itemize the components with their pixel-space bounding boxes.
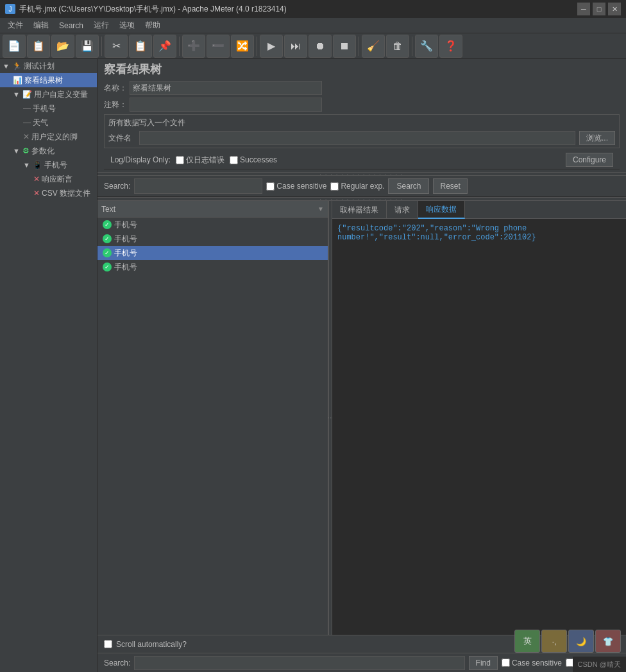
ime-btn-punct[interactable]: ·, — [541, 630, 567, 653]
toolbar-stop[interactable]: ⏺ — [309, 35, 332, 58]
reset-button[interactable]: Reset — [433, 178, 467, 194]
expand-icon: ▼ — [13, 90, 20, 98]
tab-sampler-result[interactable]: 取样器结果 — [332, 201, 387, 219]
name-row: 名称： — [104, 81, 620, 95]
list-panel: Text ▼ ✓ 手机号 ✓ 手机号 ✓ 手机号 — [97, 201, 328, 635]
tab-request[interactable]: 请求 — [387, 201, 418, 219]
toolbar: 📄 📋 📂 💾 ✂ 📋 📌 ➕ ➖ 🔀 ▶ ⏭ ⏺ ⏹ 🧹 🗑 🔧 ❓ — [0, 33, 626, 59]
list-item-0[interactable]: ✓ 手机号 — [97, 218, 328, 232]
error-only-checkbox[interactable] — [176, 156, 184, 164]
toolbar-save[interactable]: 💾 — [76, 35, 99, 58]
menu-options[interactable]: 选项 — [114, 18, 140, 33]
dropdown-icon[interactable]: ▼ — [317, 205, 324, 212]
bottom-bar: Search: Find Case sensitive Regular exp. — [97, 653, 626, 672]
menu-help[interactable]: 帮助 — [140, 18, 165, 33]
ime-btn-moon[interactable]: 🌙 — [568, 630, 594, 653]
ime-btn-en[interactable]: 英 — [514, 630, 540, 653]
toolbar-cut[interactable]: ✂ — [105, 35, 128, 58]
title-text: 手机号.jmx (C:\Users\YY\Desktop\手机号.jmx) - … — [19, 4, 577, 15]
toolbar-clear-all[interactable]: 🗑 — [386, 35, 409, 58]
error-only-label[interactable]: 仅日志错误 — [176, 155, 224, 166]
scroll-auto-checkbox[interactable] — [104, 640, 112, 648]
status-check-1: ✓ — [103, 234, 112, 243]
sidebar-item-csv[interactable]: ✕ CSV 数据文件 — [0, 186, 97, 200]
status-check-0: ✓ — [103, 220, 112, 229]
name-input[interactable] — [130, 81, 322, 95]
expand-icon2: ▼ — [13, 147, 20, 155]
comment-row: 注释： — [104, 98, 620, 112]
successes-checkbox[interactable] — [230, 156, 238, 164]
sidebar-item-params[interactable]: ▼ ⚙ 参数化 — [0, 144, 97, 158]
toolbar-clear[interactable]: 🧹 — [362, 35, 385, 58]
bottom-case-checkbox[interactable] — [502, 659, 510, 667]
sidebar-label-user-def: 用户定义的脚 — [31, 132, 78, 142]
menu-file[interactable]: 文件 — [3, 18, 28, 33]
toolbar-remote[interactable]: 🔧 — [415, 35, 438, 58]
sidebar-item-test-plan[interactable]: ▼ 🏃 测试计划 — [0, 59, 97, 73]
case-sensitive-checkbox[interactable] — [266, 182, 275, 191]
list-item-2[interactable]: ✓ 手机号 — [97, 246, 328, 260]
window-controls[interactable]: ─ □ ✕ — [577, 3, 621, 15]
list-item-3[interactable]: ✓ 手机号 — [97, 260, 328, 274]
toolbar-toggle[interactable]: 🔀 — [231, 35, 254, 58]
toolbar-start[interactable]: ▶ — [260, 35, 283, 58]
toolbar-templates[interactable]: 📋 — [27, 35, 50, 58]
log-display-row: Log/Display Only: 仅日志错误 Successes Config… — [104, 151, 620, 169]
detail-panel: 取样器结果 请求 响应数据 {"resultcode":"202","reaso… — [332, 201, 626, 635]
ime-btn-shirt[interactable]: 👕 — [595, 630, 621, 653]
filename-input[interactable] — [139, 131, 575, 145]
search-button[interactable]: Search — [388, 178, 429, 194]
list-item-label-3: 手机号 — [114, 262, 137, 273]
maximize-btn[interactable]: □ — [593, 3, 605, 15]
successes-label[interactable]: Successes — [230, 155, 277, 164]
browse-button[interactable]: 浏览... — [579, 131, 615, 145]
toolbar-shutdown[interactable]: ⏹ — [333, 35, 356, 58]
sidebar-label-assert: 响应断言 — [42, 174, 72, 185]
csdn-text: CSDN @晴天 — [578, 660, 621, 669]
toolbar-open[interactable]: 📂 — [51, 35, 74, 58]
list-header-text: Text — [101, 205, 317, 214]
sidebar-item-phone2[interactable]: ▼ 📱 手机号 — [0, 158, 97, 172]
toolbar-copy[interactable]: 📋 — [129, 35, 152, 58]
sidebar-label-user-vars: 用户自定义变量 — [34, 89, 88, 100]
list-item-label-2: 手机号 — [114, 248, 137, 259]
bottom-case-label[interactable]: Case sensitive — [502, 659, 562, 668]
minimize-btn[interactable]: ─ — [577, 3, 590, 15]
toolbar-new[interactable]: 📄 — [3, 35, 26, 58]
title-bar: J 手机号.jmx (C:\Users\YY\Desktop\手机号.jmx) … — [0, 0, 626, 18]
toolbar-collapse[interactable]: ➖ — [207, 35, 230, 58]
toolbar-start-no-pause[interactable]: ⏭ — [284, 35, 307, 58]
case-sensitive-label[interactable]: Case sensitive — [266, 182, 326, 191]
tab-response-data[interactable]: 响应数据 — [418, 201, 465, 219]
close-btn[interactable]: ✕ — [608, 3, 621, 15]
comment-input[interactable] — [130, 98, 322, 112]
search-bar: Search: Case sensitive Regular exp. Sear… — [97, 176, 626, 197]
list-items: ✓ 手机号 ✓ 手机号 ✓ 手机号 ✓ 手机号 — [97, 218, 328, 635]
search-label: Search: — [104, 182, 130, 191]
sidebar-item-weather[interactable]: — 天气 — [0, 116, 97, 130]
regular-exp-checkbox[interactable] — [330, 182, 339, 191]
search-input[interactable] — [134, 178, 262, 194]
list-item-label-1: 手机号 — [114, 234, 137, 245]
toolbar-help[interactable]: ❓ — [439, 35, 462, 58]
sidebar-item-result-tree[interactable]: 📊 察看结果树 — [0, 73, 97, 87]
right-panel: 察看结果树 名称： 注释： 所有数据写入一个文件 文件名 浏览... — [97, 59, 626, 672]
sidebar-item-user-def[interactable]: ✕ 用户定义的脚 — [0, 130, 97, 144]
list-item-label-0: 手机号 — [114, 220, 137, 230]
toolbar-expand[interactable]: ➕ — [182, 35, 205, 58]
configure-button[interactable]: Configure — [566, 153, 613, 167]
toolbar-paste[interactable]: 📌 — [153, 35, 176, 58]
sidebar-item-assert[interactable]: ✕ 响应断言 — [0, 172, 97, 186]
menu-bar: 文件 编辑 Search 运行 选项 帮助 — [0, 18, 626, 33]
bottom-search-input[interactable] — [134, 656, 464, 670]
sidebar-item-user-vars[interactable]: ▼ 📝 用户自定义变量 — [0, 87, 97, 101]
menu-run[interactable]: 运行 — [89, 18, 114, 33]
status-check-2: ✓ — [103, 248, 112, 257]
find-button[interactable]: Find — [469, 656, 498, 670]
regular-exp-label[interactable]: Regular exp. — [330, 182, 384, 191]
menu-edit[interactable]: 编辑 — [28, 18, 54, 33]
menu-search[interactable]: Search — [54, 18, 89, 33]
list-item-1[interactable]: ✓ 手机号 — [97, 232, 328, 246]
file-label: 文件名 — [108, 133, 131, 144]
sidebar-item-phone1[interactable]: — 手机号 — [0, 101, 97, 116]
